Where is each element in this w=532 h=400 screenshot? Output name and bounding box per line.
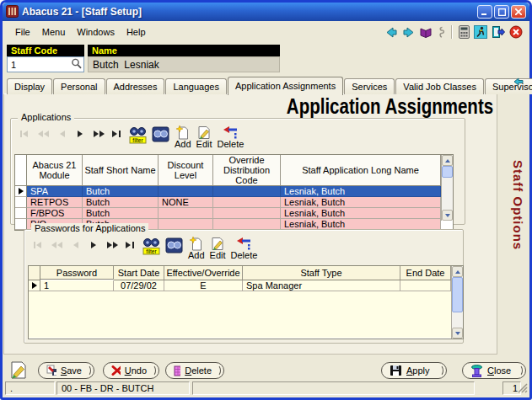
calculator-icon[interactable] — [459, 25, 470, 39]
table-cell[interactable]: RETPOS — [27, 197, 83, 208]
scroll-down-icon[interactable] — [452, 328, 463, 339]
back-icon[interactable] — [385, 26, 398, 39]
table-cell[interactable]: 1 — [40, 280, 114, 291]
table-cell[interactable]: Lesniak, Butch — [281, 186, 441, 197]
tab-personal[interactable]: Personal — [53, 78, 105, 94]
tab-addresses[interactable]: Addresses — [106, 78, 165, 94]
passwords-scrollbar[interactable] — [451, 266, 463, 339]
table-cell[interactable]: F/BPOS — [27, 208, 83, 219]
prev-record-button[interactable] — [68, 238, 82, 252]
prev-page-button[interactable] — [36, 127, 50, 141]
table-cell[interactable]: SPA — [27, 186, 83, 197]
scroll-down-icon[interactable] — [442, 210, 453, 221]
undo-button[interactable]: Undo — [103, 362, 159, 379]
first-record-button[interactable] — [31, 238, 45, 252]
applications-scrollbar[interactable] — [441, 155, 453, 221]
tab-supervisor[interactable]: Supervisor — [485, 78, 532, 94]
table-cell[interactable] — [213, 208, 281, 219]
exit-door-icon[interactable] — [492, 25, 505, 39]
edit-button-label: Edit — [210, 251, 226, 260]
maximize-button[interactable] — [494, 5, 509, 19]
help-squiggle-icon[interactable] — [437, 26, 445, 39]
tab-services[interactable]: Services — [344, 78, 395, 94]
edit-button[interactable]: Edit — [210, 237, 226, 260]
name-value: Butch Lesniak — [88, 56, 280, 72]
col-header-staff-application-long-name: Staff Application Long Name — [281, 155, 441, 186]
table-cell[interactable] — [213, 186, 281, 197]
menu-menu[interactable]: Menu — [36, 25, 72, 40]
prev-page-button[interactable] — [50, 238, 63, 252]
scrollbar-thumb[interactable] — [442, 166, 453, 178]
status-bar: . 00 - FB - DR - BUTCH 1 — [3, 381, 529, 397]
save-button[interactable]: Save — [38, 362, 94, 379]
add-button-label: Add — [188, 251, 205, 260]
staff-code-label: Staff Code — [7, 45, 84, 56]
edit-record-icon[interactable] — [8, 360, 29, 381]
passwords-group-label: Passwords for Applications — [31, 223, 148, 233]
scroll-up-icon[interactable] — [442, 155, 453, 166]
col-header-override-distribution-code: Override Distribution Code — [213, 155, 281, 186]
table-cell[interactable] — [159, 208, 213, 219]
table-cell[interactable]: Spa Manager — [243, 280, 400, 291]
minimize-button[interactable] — [477, 5, 492, 19]
add-button-label: Add — [175, 140, 191, 149]
prev-record-button[interactable] — [55, 127, 68, 141]
status-cell-left: . — [5, 381, 55, 395]
table-cell[interactable]: NONE — [159, 197, 213, 208]
col-header-staff-short-name: Staff Short Name — [83, 155, 159, 186]
stop-icon[interactable] — [509, 25, 523, 39]
delete-button-label: Delete — [218, 140, 245, 149]
tab-display[interactable]: Display — [7, 78, 52, 94]
table-cell[interactable]: E — [164, 280, 243, 291]
tab-valid-job-classes[interactable]: Valid Job Classes — [395, 78, 484, 94]
next-page-button[interactable] — [105, 238, 119, 252]
delete-record-button[interactable]: Delete — [165, 362, 224, 379]
close-button[interactable]: Close — [462, 362, 526, 379]
next-page-button[interactable] — [92, 127, 105, 141]
delete-button[interactable]: Delete — [218, 125, 245, 149]
add-button[interactable]: Add — [188, 237, 205, 260]
filter-button[interactable]: filter — [129, 125, 147, 144]
table-cell[interactable]: Butch — [83, 186, 159, 197]
col-header-password: Password — [40, 266, 114, 280]
staff-code-input[interactable]: 1 — [7, 56, 84, 72]
close-window-button[interactable] — [511, 5, 526, 19]
first-record-button[interactable] — [18, 127, 31, 141]
apply-button[interactable]: Apply — [381, 362, 447, 379]
book-icon[interactable] — [419, 26, 433, 39]
tab-languages[interactable]: Languages — [165, 78, 226, 94]
tab-scroll-left-icon[interactable] — [513, 77, 524, 88]
tab-application-assignments[interactable]: Application Assignments — [228, 77, 343, 95]
table-cell[interactable] — [400, 280, 451, 291]
table-cell[interactable]: Butch — [83, 208, 159, 219]
running-man-icon[interactable] — [474, 25, 487, 39]
scroll-up-icon[interactable] — [452, 266, 463, 277]
last-record-button[interactable] — [110, 127, 124, 141]
delete-button[interactable]: Delete — [231, 237, 258, 260]
find-button[interactable] — [152, 125, 169, 144]
resize-grip[interactable] — [518, 383, 528, 395]
table-cell[interactable] — [213, 197, 281, 208]
last-record-button[interactable] — [124, 238, 137, 252]
table-cell[interactable]: Butch — [83, 197, 159, 208]
next-record-button[interactable] — [87, 238, 100, 252]
table-cell[interactable]: Lesniak, Butch — [281, 197, 441, 208]
col-header-module: Abacus 21 Module — [27, 155, 83, 186]
next-record-button[interactable] — [73, 127, 87, 141]
scrollbar-thumb[interactable] — [452, 277, 463, 312]
status-message: 00 - FB - DR - BUTCH — [56, 381, 190, 395]
menu-windows[interactable]: Windows — [71, 25, 121, 40]
edit-button[interactable]: Edit — [196, 125, 212, 149]
find-button[interactable] — [165, 237, 183, 255]
col-header-discount-level: Discount Level — [159, 155, 213, 186]
marker-column-header — [29, 266, 40, 280]
menu-help[interactable]: Help — [121, 25, 152, 40]
table-cell[interactable] — [159, 186, 213, 197]
add-button[interactable]: Add — [175, 125, 191, 149]
table-cell[interactable]: Lesniak, Butch — [281, 208, 441, 219]
forward-icon[interactable] — [402, 26, 415, 39]
menu-file[interactable]: File — [9, 25, 36, 40]
search-icon[interactable] — [71, 58, 82, 71]
table-cell[interactable]: 07/29/02 — [114, 280, 164, 291]
filter-button[interactable]: filter — [142, 237, 160, 255]
